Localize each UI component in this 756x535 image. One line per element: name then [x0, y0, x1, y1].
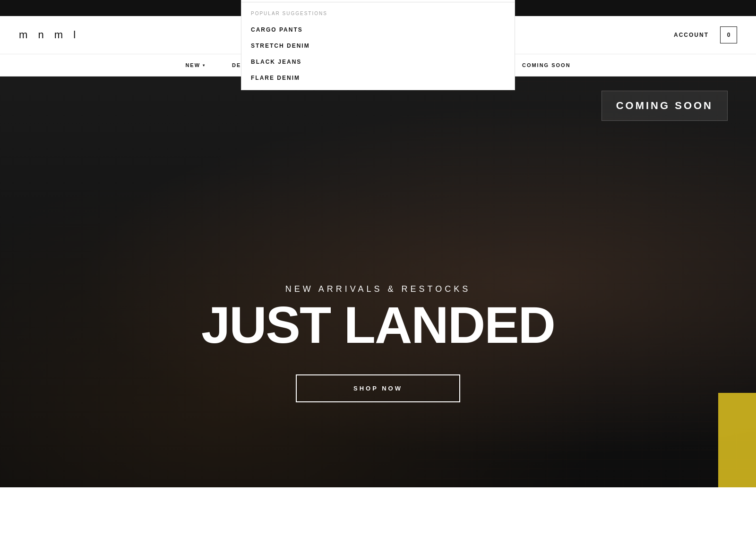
- coming-soon-badge: CominG SOON: [601, 91, 728, 121]
- shop-now-button[interactable]: SHOP NOW: [296, 374, 460, 402]
- logo[interactable]: m n m l: [19, 29, 79, 41]
- suggestion-cargo-pants[interactable]: CARGO PANTS: [241, 22, 515, 38]
- cart-button[interactable]: 0: [720, 26, 737, 43]
- suggestion-stretch-denim[interactable]: STRETCH DENIM: [241, 38, 515, 54]
- account-link[interactable]: ACCOUNT: [674, 32, 709, 38]
- chevron-down-icon: ▾: [203, 63, 206, 68]
- brick-overlay: [416, 76, 756, 487]
- hero-section: CominG SOON NEW ARRIVALS & RESTOCKS JUST…: [0, 76, 756, 487]
- suggestion-flare-denim[interactable]: FLARE DENIM: [241, 70, 515, 86]
- search-container: POPULAR SUGGESTIONS CARGO PANTS STRETCH …: [241, 0, 515, 90]
- header: m n m l POPULAR SUGGESTIONS CARGO PANTS …: [0, 16, 756, 54]
- coming-soon-title: CominG SOON: [616, 100, 713, 112]
- hero-content: NEW ARRIVALS & RESTOCKS JUST LANDED SHOP…: [0, 284, 756, 402]
- yellow-accent: [718, 393, 756, 487]
- header-right: ACCOUNT 0: [674, 26, 737, 43]
- search-dropdown: POPULAR SUGGESTIONS CARGO PANTS STRETCH …: [241, 2, 515, 90]
- popular-suggestions-label: POPULAR SUGGESTIONS: [241, 7, 515, 22]
- suggestion-black-jeans[interactable]: BLACK JEANS: [241, 54, 515, 70]
- hero-background: [0, 76, 756, 487]
- hero-subtitle: NEW ARRIVALS & RESTOCKS: [0, 284, 756, 294]
- nav-item-new[interactable]: NEW ▾: [172, 54, 219, 76]
- hero-title: JUST LANDED: [0, 299, 756, 351]
- nav-item-coming-soon[interactable]: COMING SOON: [509, 54, 584, 76]
- cart-count: 0: [727, 32, 730, 38]
